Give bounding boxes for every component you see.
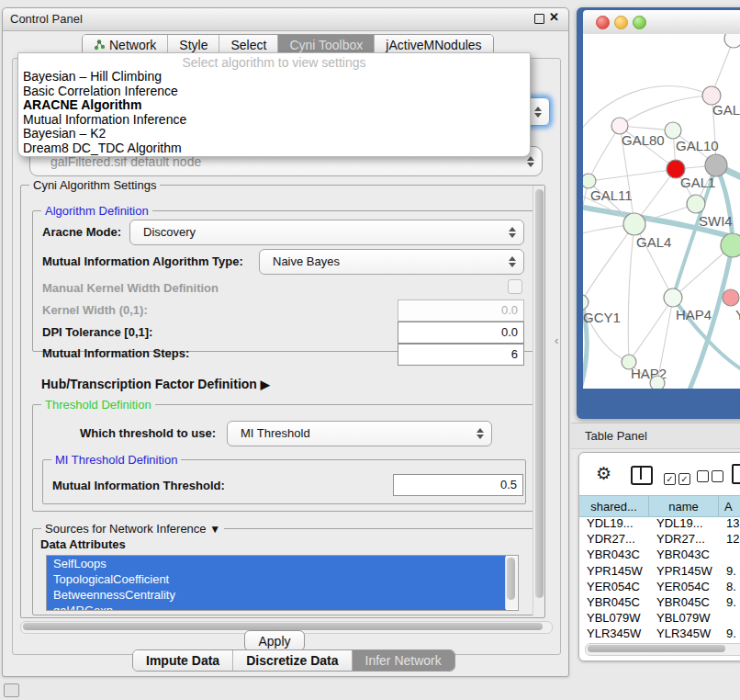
table-panel-titlebar[interactable]: Table Panel (571, 423, 740, 449)
mi-threshold-field[interactable]: 0.5 (393, 474, 523, 496)
network-window-titlebar[interactable] (583, 10, 740, 35)
table-row[interactable]: YBR045CYBR045C9. (579, 595, 740, 611)
network-node[interactable] (724, 34, 740, 48)
network-edge[interactable] (589, 126, 620, 181)
table-cell[interactable]: YDL19... (579, 516, 649, 532)
tab-infer-network[interactable]: Infer Network (353, 650, 454, 671)
table-row[interactable]: YER054CYER054C8. (579, 580, 740, 595)
select-all-checks-icon[interactable]: ✓✓ (664, 469, 690, 486)
mi-type-combobox[interactable]: Naive Bayes (259, 249, 524, 275)
unselect-all-checks-icon[interactable] (697, 469, 723, 486)
which-threshold-combobox[interactable]: MI Threshold (227, 421, 492, 446)
table-hscroll-thumb[interactable] (588, 645, 725, 652)
column-header-name[interactable]: name (649, 496, 719, 516)
dpi-tolerance-field[interactable]: 0.0 (398, 322, 524, 344)
table-cell[interactable]: YER054C (579, 580, 649, 595)
network-canvas[interactable]: GALGAL80GAL10GAL1GAL11SWI4GAL4GCY1HAP4YH… (583, 34, 740, 389)
table-cell[interactable]: YPR145W (579, 564, 649, 580)
table-cell[interactable]: 13 (719, 516, 740, 532)
gear-icon[interactable]: ⚙ (596, 463, 611, 484)
table-cell[interactable]: 8. (719, 580, 740, 595)
attributes-vscroll-thumb[interactable] (507, 558, 515, 600)
network-node-gcy1[interactable] (583, 295, 589, 310)
dropdown-item[interactable]: Dream8 DC_TDC Algorithm (18, 141, 530, 156)
network-node-gal4[interactable] (623, 213, 645, 235)
expand-arrow-icon[interactable]: ▼ (209, 523, 220, 536)
table-cell[interactable]: YLR345W (649, 627, 719, 642)
tab-discretize-data[interactable]: Discretize Data (233, 650, 352, 671)
control-panel-titlebar[interactable]: Control Panel ✕ (3, 8, 568, 31)
table-row[interactable]: YPR145WYPR145W9. (579, 564, 740, 580)
restore-panel-icon[interactable] (4, 683, 19, 697)
dropdown-item[interactable]: Basic Correlation Inference (18, 85, 530, 99)
kernel-width-field[interactable]: 0.0 (398, 299, 524, 322)
table-cell[interactable]: YDR27... (649, 532, 719, 548)
table-row[interactable]: YBR043CYBR043C (579, 548, 740, 563)
columns-icon[interactable] (631, 466, 653, 485)
network-edge[interactable] (628, 224, 634, 362)
aracne-mode-combobox[interactable]: Discovery (129, 220, 524, 245)
dropdown-item[interactable]: Mutual Information Inference (18, 113, 530, 128)
minimize-traffic-light-icon[interactable] (614, 16, 628, 29)
close-traffic-light-icon[interactable] (596, 16, 610, 29)
table-cell[interactable]: YDR27... (579, 532, 649, 548)
new-table-icon[interactable] (732, 464, 740, 484)
network-edge[interactable] (620, 96, 712, 126)
table-hscrollbar[interactable] (585, 643, 740, 656)
close-icon[interactable]: ✕ (549, 10, 559, 24)
table-cell[interactable]: YBR043C (649, 548, 719, 563)
attribute-list-item[interactable]: TopologicalCoefficient (47, 571, 506, 587)
network-node-hap4[interactable] (664, 288, 682, 307)
table-cell[interactable]: 12 (719, 532, 740, 548)
mi-steps-field[interactable]: 6 (398, 344, 524, 366)
dropdown-item[interactable]: Bayesian – K2 (18, 127, 530, 141)
zoom-traffic-light-icon[interactable] (633, 16, 646, 29)
table-cell[interactable]: YBR043C (579, 548, 649, 563)
table-cell[interactable]: 9. (719, 627, 740, 642)
table-row[interactable]: YLR345WYLR345W9. (579, 627, 740, 642)
attribute-list-item[interactable]: BetweennessCentrality (47, 587, 506, 603)
network-node-y[interactable] (723, 289, 739, 306)
network-node[interactable] (650, 376, 665, 389)
settings-vscrollbar[interactable] (533, 186, 544, 615)
table-row[interactable]: YDL19...YDL19...13 (579, 516, 740, 532)
column-header-third[interactable]: A (719, 496, 740, 516)
dropdown-item[interactable]: Bayesian – Hill Climbing (18, 70, 530, 85)
network-node-swi4[interactable] (687, 195, 705, 213)
float-window-icon[interactable] (534, 14, 544, 24)
table-cell[interactable]: YLR345W (579, 627, 649, 642)
attribute-list-item[interactable]: gal4RGexp (47, 603, 506, 611)
table-cell[interactable]: 9. (719, 595, 740, 611)
network-node-gal11[interactable] (583, 174, 596, 188)
network-edge[interactable] (583, 86, 712, 137)
table-cell[interactable]: 9. (719, 564, 740, 580)
settings-vscroll-thumb[interactable] (535, 189, 544, 598)
tab-impute-data[interactable]: Impute Data (133, 650, 233, 671)
network-edge[interactable] (629, 298, 673, 362)
table-row[interactable]: YBL079WYBL079W (579, 611, 740, 627)
table-cell[interactable] (719, 611, 740, 627)
table-cell[interactable]: YBR045C (649, 595, 719, 611)
manual-kernel-checkbox[interactable] (508, 279, 522, 294)
apply-button[interactable]: Apply (244, 630, 305, 651)
table-cell[interactable]: YBL079W (579, 611, 649, 627)
attributes-vscrollbar[interactable] (505, 557, 517, 609)
network-node-gal10[interactable] (665, 122, 681, 139)
splitter-collapse-icon[interactable]: ‹ (555, 333, 558, 347)
column-header-shared-name[interactable]: shared... (579, 496, 649, 516)
dropdown-item[interactable]: ARACNE Algorithm (18, 98, 530, 113)
table-cell[interactable] (719, 548, 740, 563)
hub-definition-toggle[interactable]: Hub/Transcription Factor Definition ▶ (41, 377, 270, 391)
table-cell[interactable]: YBL079W (649, 611, 719, 627)
table-cell[interactable]: YBR045C (579, 595, 649, 611)
network-node[interactable] (721, 233, 740, 257)
table-cell[interactable]: YPR145W (649, 564, 719, 580)
network-node[interactable] (705, 154, 727, 176)
network-edge[interactable] (583, 224, 634, 302)
attribute-list-item[interactable]: SelfLoops (47, 556, 506, 571)
table-cell[interactable]: YDL19... (649, 516, 719, 532)
table-cell[interactable]: YER054C (649, 580, 719, 595)
network-edge[interactable] (589, 169, 676, 181)
settings-hscroll-thumb[interactable] (23, 623, 543, 630)
table-row[interactable]: YDR27...YDR27...12 (579, 532, 740, 548)
